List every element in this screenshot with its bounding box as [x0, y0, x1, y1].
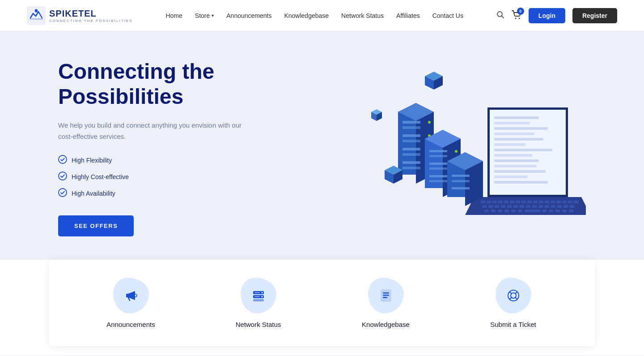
check-icon-3 — [58, 188, 67, 199]
svg-point-4 — [515, 17, 516, 19]
svg-point-7 — [59, 172, 67, 180]
svg-rect-19 — [494, 170, 546, 173]
quick-link-knowledgebase[interactable]: Knowledgebase — [355, 278, 417, 328]
svg-rect-89 — [253, 299, 264, 301]
svg-rect-39 — [482, 205, 487, 208]
nav-knowledgebase[interactable]: Knowledgebase — [284, 12, 329, 19]
svg-rect-81 — [429, 180, 447, 182]
svg-rect-78 — [429, 163, 447, 165]
svg-rect-95 — [383, 292, 389, 294]
navbar: SPIKETEL CONNECTING THE POSSIBILITIES Ho… — [0, 0, 644, 31]
svg-rect-61 — [542, 210, 547, 212]
svg-rect-56 — [498, 210, 502, 212]
svg-rect-21 — [494, 181, 548, 184]
svg-rect-69 — [402, 140, 420, 142]
svg-rect-23 — [487, 201, 491, 203]
svg-rect-44 — [513, 205, 518, 208]
server-stack-icon — [251, 288, 266, 303]
svg-rect-33 — [545, 201, 549, 203]
svg-rect-76 — [429, 150, 447, 152]
announcements-icon-wrap — [113, 278, 149, 313]
nav-home[interactable]: Home — [165, 12, 182, 19]
svg-rect-70 — [402, 148, 420, 150]
svg-rect-34 — [551, 201, 555, 203]
svg-rect-57 — [504, 210, 509, 212]
nav-affiliates[interactable]: Affiliates — [396, 12, 420, 19]
nav-store[interactable]: Store ▾ — [195, 12, 214, 19]
svg-point-74 — [428, 121, 431, 124]
search-icon[interactable] — [496, 11, 504, 21]
svg-rect-15 — [494, 149, 552, 151]
svg-rect-68 — [402, 134, 420, 137]
feature-3: High Availability — [58, 188, 273, 199]
hero-illustration — [362, 58, 586, 237]
see-offers-button[interactable]: SEE OFFERS — [58, 215, 134, 236]
svg-rect-17 — [494, 159, 539, 162]
document-list-icon — [378, 288, 394, 303]
nav-announcements[interactable]: Announcements — [226, 12, 271, 19]
register-button[interactable]: Register — [572, 8, 617, 23]
svg-rect-71 — [402, 153, 420, 156]
network-status-label: Network Status — [236, 321, 281, 328]
svg-line-101 — [515, 292, 517, 294]
quick-link-network-status[interactable]: Network Status — [227, 278, 290, 328]
feature-1: High Flexibility — [58, 155, 273, 166]
hero-illustration-wrapper — [362, 58, 586, 237]
svg-rect-62 — [549, 210, 553, 212]
nav-contact-us[interactable]: Contact Us — [432, 12, 463, 19]
feature-2: Highly Cost-effective — [58, 172, 273, 183]
svg-rect-14 — [494, 143, 525, 146]
svg-rect-10 — [494, 122, 530, 124]
svg-rect-42 — [501, 205, 505, 208]
svg-rect-55 — [491, 210, 496, 212]
svg-rect-77 — [429, 155, 447, 157]
svg-rect-50 — [551, 205, 555, 208]
quick-links-section: Announcements Network Status — [0, 260, 644, 346]
quick-links-card: Announcements Network Status — [49, 260, 595, 346]
check-icon-1 — [58, 155, 67, 166]
svg-rect-16 — [494, 154, 532, 157]
logo-tagline: CONNECTING THE POSSIBILITIES — [49, 19, 133, 23]
svg-rect-53 — [570, 205, 574, 208]
quick-link-submit-ticket[interactable]: Submit a Ticket — [482, 278, 545, 328]
svg-rect-60 — [525, 210, 541, 212]
svg-rect-32 — [539, 201, 543, 203]
svg-rect-20 — [494, 176, 528, 178]
svg-rect-48 — [538, 205, 543, 208]
svg-rect-37 — [568, 201, 572, 203]
store-dropdown-arrow: ▾ — [212, 13, 214, 18]
quick-link-announcements[interactable]: Announcements — [100, 278, 162, 328]
svg-rect-13 — [494, 138, 543, 141]
login-button[interactable]: Login — [529, 8, 565, 23]
nav-right: 0 Login Register — [496, 8, 617, 23]
logo-icon — [27, 6, 46, 25]
svg-rect-73 — [402, 167, 420, 169]
svg-rect-31 — [533, 201, 538, 203]
svg-rect-49 — [545, 205, 549, 208]
svg-rect-47 — [532, 205, 537, 208]
svg-rect-96 — [383, 295, 389, 296]
cart-button[interactable]: 0 — [512, 10, 521, 21]
knowledgebase-label: Knowledgebase — [362, 321, 410, 328]
hero-description: We help you build and connect anything y… — [58, 120, 246, 142]
submit-ticket-icon-wrap — [496, 278, 531, 313]
svg-rect-26 — [504, 201, 508, 203]
svg-rect-36 — [562, 201, 567, 203]
svg-rect-40 — [488, 205, 493, 208]
cart-badge: 0 — [517, 8, 524, 15]
svg-rect-28 — [516, 201, 520, 203]
svg-rect-11 — [494, 127, 548, 130]
svg-rect-97 — [383, 297, 387, 298]
svg-rect-45 — [520, 205, 524, 208]
svg-rect-80 — [429, 175, 447, 177]
svg-point-91 — [261, 296, 263, 297]
logo[interactable]: SPIKETEL CONNECTING THE POSSIBILITIES — [27, 6, 133, 25]
svg-rect-79 — [429, 167, 447, 170]
lifebuoy-icon — [506, 288, 521, 303]
nav-network-status[interactable]: Network Status — [341, 12, 384, 19]
svg-rect-43 — [507, 205, 512, 208]
svg-rect-41 — [495, 205, 499, 208]
svg-rect-54 — [484, 210, 489, 212]
svg-point-5 — [518, 17, 520, 19]
svg-rect-84 — [452, 180, 470, 182]
